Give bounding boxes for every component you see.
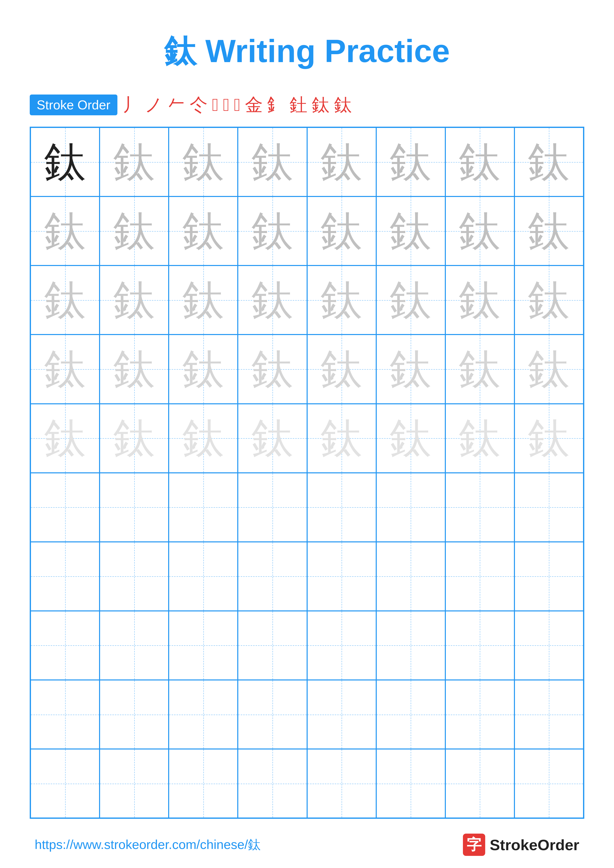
practice-char: 鈦: [320, 141, 362, 183]
stroke-order-chars: 丿 ノ 𠂉 仒 𠂇 𠃊 𠃌 金 釒 釷 鈦 鈦: [122, 93, 352, 117]
grid-cell[interactable]: 鈦: [31, 197, 99, 265]
grid-cell[interactable]: [445, 749, 515, 818]
grid-cell[interactable]: 鈦: [169, 127, 238, 197]
grid-cell[interactable]: 鈦: [238, 335, 307, 403]
practice-char: 鈦: [390, 348, 432, 390]
grid-cell[interactable]: 鈦: [238, 404, 307, 473]
page-title: 鈦 Writing Practice: [164, 30, 450, 73]
grid-cell[interactable]: [238, 611, 307, 680]
grid-cell[interactable]: 鈦: [515, 404, 583, 473]
grid-cell[interactable]: [307, 611, 376, 680]
grid-cell[interactable]: [307, 542, 376, 611]
practice-char: 鈦: [252, 141, 294, 183]
grid-cell[interactable]: 鈦: [445, 127, 515, 197]
grid-cell[interactable]: [31, 542, 99, 611]
grid-cell[interactable]: [238, 680, 307, 749]
grid-cell[interactable]: 鈦: [307, 265, 376, 335]
grid-cell[interactable]: [515, 680, 583, 749]
grid-cell[interactable]: 鈦: [445, 197, 515, 265]
footer-logo: 字 StrokeOrder: [463, 834, 579, 856]
grid-cell[interactable]: 鈦: [515, 335, 583, 403]
grid-cell[interactable]: [445, 542, 515, 611]
grid-cell[interactable]: [515, 611, 583, 680]
grid-cell[interactable]: 鈦: [515, 197, 583, 265]
grid-cell[interactable]: [376, 611, 445, 680]
grid-cell[interactable]: [238, 542, 307, 611]
grid-cell[interactable]: [376, 542, 445, 611]
practice-char: 鈦: [528, 348, 570, 390]
grid-cell[interactable]: [31, 749, 99, 818]
practice-char: 鈦: [182, 210, 224, 252]
grid-cell[interactable]: 鈦: [307, 197, 376, 265]
grid-cell[interactable]: 鈦: [445, 335, 515, 403]
grid-cell[interactable]: 鈦: [445, 404, 515, 473]
grid-cell[interactable]: 鈦: [445, 265, 515, 335]
grid-cell[interactable]: [515, 542, 583, 611]
practice-char: 鈦: [320, 417, 362, 459]
grid-cell[interactable]: [307, 680, 376, 749]
practice-char: 鈦: [390, 279, 432, 321]
grid-cell[interactable]: 鈦: [31, 127, 99, 197]
grid-cell[interactable]: 鈦: [515, 265, 583, 335]
grid-cell[interactable]: 鈦: [307, 335, 376, 403]
practice-char: 鈦: [44, 210, 86, 252]
grid-cell[interactable]: 鈦: [169, 197, 238, 265]
grid-cell[interactable]: [376, 749, 445, 818]
practice-char: 鈦: [252, 348, 294, 390]
grid-cell[interactable]: 鈦: [99, 265, 169, 335]
grid-cell[interactable]: [515, 749, 583, 818]
grid-cell[interactable]: [99, 749, 169, 818]
grid-cell[interactable]: [515, 473, 583, 542]
grid-cell[interactable]: [99, 680, 169, 749]
grid-cell[interactable]: 鈦: [31, 404, 99, 473]
practice-char: 鈦: [252, 279, 294, 321]
grid-cell[interactable]: 鈦: [169, 335, 238, 403]
grid-cell[interactable]: 鈦: [99, 197, 169, 265]
grid-cell[interactable]: [445, 473, 515, 542]
grid-cell[interactable]: 鈦: [31, 335, 99, 403]
grid-cell[interactable]: 鈦: [515, 127, 583, 197]
grid-cell[interactable]: [169, 611, 238, 680]
grid-cell[interactable]: [31, 473, 99, 542]
grid-cell[interactable]: [376, 473, 445, 542]
grid-row: 鈦 鈦 鈦 鈦 鈦 鈦 鈦 鈦: [31, 335, 583, 403]
grid-cell[interactable]: [445, 611, 515, 680]
grid-cell[interactable]: [169, 680, 238, 749]
footer-logo-text: StrokeOrder: [490, 836, 579, 854]
practice-char: 鈦: [459, 141, 501, 183]
grid-cell[interactable]: 鈦: [99, 127, 169, 197]
grid-cell[interactable]: [307, 473, 376, 542]
grid-cell[interactable]: 鈦: [238, 127, 307, 197]
grid-cell[interactable]: [169, 749, 238, 818]
grid-cell[interactable]: [99, 611, 169, 680]
grid-cell[interactable]: [238, 749, 307, 818]
grid-cell[interactable]: 鈦: [376, 404, 445, 473]
grid-cell[interactable]: 鈦: [376, 197, 445, 265]
grid-cell[interactable]: 鈦: [307, 127, 376, 197]
grid-cell[interactable]: 鈦: [376, 265, 445, 335]
grid-cell[interactable]: [169, 542, 238, 611]
grid-cell[interactable]: 鈦: [169, 265, 238, 335]
grid-cell[interactable]: [238, 473, 307, 542]
grid-cell[interactable]: [31, 611, 99, 680]
grid-cell[interactable]: 鈦: [376, 127, 445, 197]
grid-cell[interactable]: [31, 680, 99, 749]
grid-cell[interactable]: 鈦: [169, 404, 238, 473]
practice-char: 鈦: [252, 210, 294, 252]
grid-cell[interactable]: 鈦: [376, 335, 445, 403]
footer-url[interactable]: https://www.strokeorder.com/chinese/鈦: [35, 836, 261, 853]
grid-cell[interactable]: 鈦: [99, 404, 169, 473]
grid-cell[interactable]: [376, 680, 445, 749]
grid-cell[interactable]: [307, 749, 376, 818]
grid-cell[interactable]: 鈦: [31, 265, 99, 335]
grid-cell[interactable]: 鈦: [238, 197, 307, 265]
practice-char: 鈦: [459, 348, 501, 390]
grid-row: 鈦 鈦 鈦 鈦 鈦 鈦 鈦 鈦: [31, 197, 583, 265]
grid-cell[interactable]: [99, 542, 169, 611]
grid-cell[interactable]: [169, 473, 238, 542]
grid-cell[interactable]: 鈦: [238, 265, 307, 335]
grid-cell[interactable]: [445, 680, 515, 749]
grid-cell[interactable]: 鈦: [99, 335, 169, 403]
grid-cell[interactable]: 鈦: [307, 404, 376, 473]
grid-cell[interactable]: [99, 473, 169, 542]
